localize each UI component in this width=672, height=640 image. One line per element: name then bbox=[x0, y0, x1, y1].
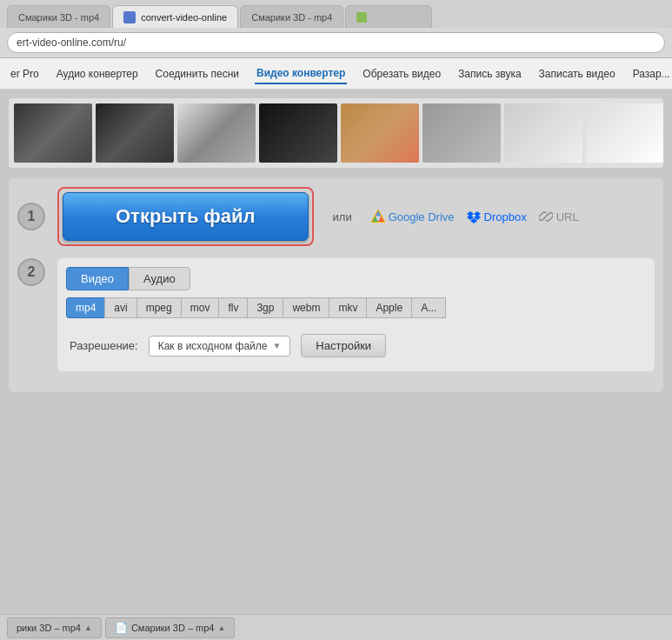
format-tab-apple[interactable]: Apple bbox=[366, 297, 411, 318]
url-icon bbox=[539, 210, 553, 223]
format-tab-mov[interactable]: mov bbox=[181, 297, 219, 318]
format-tabs: mp4 avi mpeg mov flv 3gp webm mkv Apple … bbox=[66, 297, 646, 318]
nav-item-record-sound[interactable]: Запись звука bbox=[456, 64, 523, 83]
thumbnail-strip bbox=[9, 98, 663, 168]
tab-2[interactable]: convert-video-online bbox=[112, 5, 238, 28]
open-file-wrapper: Открыть файл bbox=[57, 187, 314, 246]
thumbnail-7 bbox=[504, 103, 582, 163]
google-drive-label: Google Drive bbox=[389, 210, 455, 223]
or-label: или bbox=[333, 210, 352, 223]
format-tab-flv[interactable]: flv bbox=[218, 297, 247, 318]
thumbnail-1 bbox=[14, 103, 92, 163]
thumbnail-4 bbox=[259, 103, 337, 163]
tab-favicon bbox=[123, 11, 136, 23]
nav-item-join[interactable]: Соединить песни bbox=[154, 64, 241, 83]
nav-item-audio[interactable]: Аудио конвертер bbox=[55, 64, 140, 83]
address-bar-row: ert-video-online.com/ru/ bbox=[0, 28, 672, 57]
address-bar[interactable]: ert-video-online.com/ru/ bbox=[7, 32, 665, 53]
taskbar-item-2[interactable]: 📄 Смарики 3D – mp4 ▲ bbox=[105, 617, 236, 638]
taskbar-item-1-label: рики 3D – mp4 bbox=[17, 623, 81, 633]
format-tab-mkv[interactable]: mkv bbox=[329, 297, 366, 318]
taskbar: рики 3D – mp4 ▲ 📄 Смарики 3D – mp4 ▲ bbox=[0, 614, 672, 640]
taskbar-item-2-icon: 📄 bbox=[115, 622, 128, 634]
resolution-label: Разрешение: bbox=[70, 339, 138, 352]
step1-number: 1 bbox=[17, 203, 45, 230]
nav-bar: er Pro Аудио конвертер Соединить песни В… bbox=[0, 58, 672, 90]
tab-1[interactable]: Смарики 3D - mp4 bbox=[7, 5, 110, 28]
nav-item-more[interactable]: Разар... bbox=[631, 64, 672, 83]
main-content: 1 Открыть файл или Google Drive bbox=[0, 90, 672, 615]
settings-button[interactable]: Настройки bbox=[301, 334, 386, 357]
cloud-links: Google Drive Dropbox bbox=[371, 210, 579, 223]
dropbox-label: Dropbox bbox=[484, 210, 527, 223]
format-tab-3gp[interactable]: 3gp bbox=[247, 297, 283, 318]
nav-item-pro[interactable]: er Pro bbox=[9, 64, 41, 83]
google-drive-icon bbox=[371, 210, 385, 223]
tab-audio[interactable]: Аудио bbox=[129, 267, 190, 290]
format-tab-avi[interactable]: avi bbox=[104, 297, 136, 318]
open-file-button[interactable]: Открыть файл bbox=[63, 192, 309, 241]
thumbnail-6 bbox=[422, 103, 501, 163]
dropbox-icon bbox=[467, 210, 481, 223]
tab-bar: Смарики 3D - mp4 convert-video-online См… bbox=[0, 0, 672, 28]
thumbnail-3 bbox=[177, 103, 256, 163]
resolution-value: Как в исходном файле bbox=[158, 340, 268, 352]
dropbox-link[interactable]: Dropbox bbox=[467, 210, 527, 223]
taskbar-arrow-2-icon: ▲ bbox=[217, 623, 225, 632]
format-tab-more[interactable]: A... bbox=[411, 297, 446, 318]
thumbnail-2 bbox=[96, 103, 174, 163]
step2-number: 2 bbox=[17, 258, 45, 286]
tab-video[interactable]: Видео bbox=[66, 267, 129, 290]
steps-container: 1 Открыть файл или Google Drive bbox=[9, 178, 663, 392]
format-tab-webm[interactable]: webm bbox=[283, 297, 329, 318]
browser-chrome: Смарики 3D - mp4 convert-video-online См… bbox=[0, 0, 672, 58]
url-label: URL bbox=[556, 210, 579, 223]
nav-item-trim[interactable]: Обрезать видео bbox=[361, 64, 442, 83]
url-link[interactable]: URL bbox=[539, 210, 579, 223]
thumbnail-8 bbox=[586, 103, 663, 163]
step2-content: Видео Аудио mp4 avi mpeg mov flv 3gp web… bbox=[57, 258, 655, 371]
nav-item-video[interactable]: Видео конвертер bbox=[255, 63, 347, 84]
taskbar-arrow-1-icon: ▲ bbox=[84, 623, 92, 632]
step2-row: 2 Видео Аудио mp4 avi mpeg mov flv 3gp w… bbox=[17, 258, 655, 371]
tab4-favicon bbox=[356, 12, 367, 23]
resolution-row: Разрешение: Как в исходном файле ▼ Настр… bbox=[66, 329, 646, 363]
format-type-tabs: Видео Аудио bbox=[66, 267, 646, 290]
google-drive-link[interactable]: Google Drive bbox=[371, 210, 455, 223]
svg-line-9 bbox=[543, 215, 548, 219]
resolution-select[interactable]: Как в исходном файле ▼ bbox=[149, 336, 291, 357]
format-tab-mp4[interactable]: mp4 bbox=[66, 297, 104, 318]
step1-row: 1 Открыть файл или Google Drive bbox=[17, 187, 655, 246]
tab-4[interactable] bbox=[345, 5, 432, 28]
dropdown-arrow-icon: ▼ bbox=[272, 341, 281, 350]
format-tab-mpeg[interactable]: mpeg bbox=[136, 297, 181, 318]
tab-3[interactable]: Смарики 3D - mp4 bbox=[240, 5, 343, 28]
taskbar-item-1[interactable]: рики 3D – mp4 ▲ bbox=[7, 617, 102, 638]
thumbnail-5 bbox=[341, 103, 419, 163]
nav-item-record-video[interactable]: Записать видео bbox=[537, 64, 617, 83]
taskbar-item-2-label: Смарики 3D – mp4 bbox=[131, 623, 215, 633]
